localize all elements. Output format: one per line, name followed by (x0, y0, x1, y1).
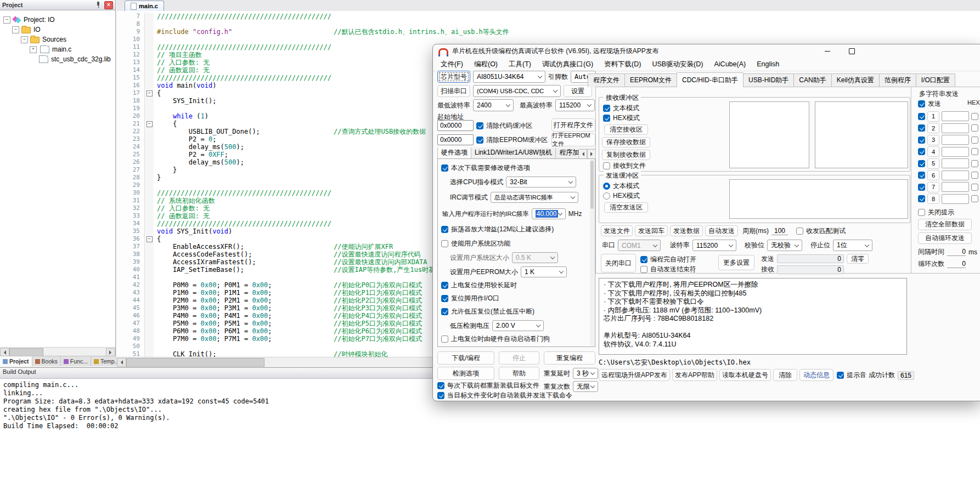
close-port-button[interactable]: 关闭串口 (601, 254, 636, 272)
multi-send-checkbox[interactable] (918, 100, 925, 107)
close-tip-checkbox[interactable] (918, 209, 925, 216)
tree-expander-icon[interactable]: − (3, 16, 10, 24)
menu-item-7[interactable]: English (757, 60, 779, 68)
multi-row-input[interactable] (942, 170, 969, 180)
open-eeprom-button[interactable]: 打开EEPROM文件 (551, 133, 595, 146)
baud-select[interactable]: 115200 (692, 240, 736, 251)
multi-row-number-button[interactable]: 3 (927, 135, 939, 145)
panel-tab-func[interactable]: Func... (61, 356, 91, 366)
osc-gain-checkbox[interactable] (441, 226, 448, 233)
eeprom-addr-input[interactable]: 0x0000 (437, 134, 474, 145)
loop-count-input[interactable]: 0 (947, 260, 966, 268)
project-hscrollbar[interactable] (0, 347, 115, 356)
send-text-mode-radio[interactable] (603, 183, 610, 190)
cpu-mode-select[interactable]: 32-Bit (506, 177, 576, 187)
multi-row-hex-checkbox[interactable] (971, 113, 978, 120)
multi-row-checkbox[interactable] (918, 113, 925, 120)
multi-row-hex-checkbox[interactable] (971, 172, 978, 179)
pin-icon[interactable] (95, 2, 101, 8)
receive-text-pane[interactable] (729, 101, 809, 168)
recv-hex-mode-checkbox[interactable] (603, 115, 610, 122)
main-tab-4[interactable]: CAN助手 (793, 73, 831, 87)
menu-item-2[interactable]: 工具(T) (509, 60, 531, 69)
chip-model-select[interactable]: AI8051U-34K64 (473, 71, 545, 83)
multi-row-checkbox[interactable] (918, 195, 925, 202)
menu-item-5[interactable]: USB驱动安装(D) (652, 60, 703, 69)
menu-item-6[interactable]: AiCube(A) (714, 60, 746, 68)
maximize-button[interactable] (841, 44, 862, 58)
close-panel-button[interactable]: × (104, 1, 113, 9)
sys-size-select[interactable]: 0.5 K (512, 252, 558, 263)
tree-item[interactable]: stc_usb_cdc_32g.lib (0, 54, 115, 64)
help-button[interactable]: 帮助 (499, 367, 539, 380)
multi-row-number-button[interactable]: 6 (927, 170, 939, 180)
more-settings-button[interactable]: 更多设置 (718, 255, 754, 270)
multi-row-hex-checkbox[interactable] (971, 195, 978, 202)
serial-port-select[interactable]: (COM4) USB-CDC, CDC (473, 85, 561, 97)
ee-size-select[interactable]: 1 K (521, 266, 567, 277)
main-tab-5[interactable]: Keil仿真设置 (831, 73, 880, 87)
multi-row-input[interactable] (942, 182, 969, 192)
auto-loop-send-button[interactable]: 自动循环发送 (918, 232, 972, 244)
multi-row-input[interactable] (942, 194, 969, 204)
menu-item-3[interactable]: 调试仿真接口(G) (542, 60, 593, 69)
multi-row-checkbox[interactable] (918, 160, 925, 167)
multi-row-hex-checkbox[interactable] (971, 160, 978, 167)
clear-eeprom-checkbox[interactable] (476, 137, 483, 144)
multi-row-number-button[interactable]: 2 (927, 123, 939, 133)
menu-item-0[interactable]: 文件(F) (441, 60, 463, 69)
multi-row-checkbox[interactable] (918, 172, 925, 179)
clear-all-data-button[interactable]: 清空全部数据 (918, 219, 972, 230)
hw-panel-scrollbar[interactable] (590, 160, 594, 346)
beep-checkbox[interactable] (837, 372, 844, 379)
scroll-left-icon[interactable] (117, 358, 126, 367)
stop-button[interactable]: 停止 (499, 351, 539, 365)
tree-item[interactable]: −Sources (0, 35, 115, 44)
open-after-checkbox[interactable] (640, 256, 647, 263)
clear-info-button[interactable]: 清除 (773, 369, 797, 381)
panel-tab-books[interactable]: Books (32, 356, 61, 366)
clear-send-button[interactable]: 清空发送区 (604, 202, 648, 213)
tree-item[interactable]: +main.c (0, 44, 115, 54)
code-addr-input[interactable]: 0x0000 (437, 120, 474, 131)
multi-row-number-button[interactable]: 8 (927, 194, 939, 204)
fold-marker-icon[interactable]: − (147, 121, 153, 127)
multi-row-checkbox[interactable] (918, 137, 925, 144)
publish-app-button[interactable]: 远程现场升级APP发布 (599, 369, 670, 381)
interval-input[interactable]: 0 (947, 248, 966, 256)
dynamic-info-button[interactable]: 动态信息 (799, 369, 833, 381)
wdt-checkbox[interactable] (441, 336, 448, 343)
multi-row-hex-checkbox[interactable] (971, 148, 978, 155)
main-tab-0[interactable]: 程序文件 (588, 73, 625, 87)
irc-freq-input[interactable]: 40.000 (532, 208, 566, 219)
main-tab-3[interactable]: USB-HID助手 (743, 73, 794, 87)
user-sys-checkbox[interactable] (441, 240, 448, 247)
multi-row-input[interactable] (942, 158, 969, 168)
copy-receive-button[interactable]: 复制接收数据 (602, 150, 650, 160)
multi-row-input[interactable] (942, 111, 969, 121)
panel-tab-project[interactable]: Project (0, 356, 32, 366)
long-delay-checkbox[interactable] (441, 282, 448, 289)
multi-row-number-button[interactable]: 7 (927, 182, 939, 192)
read-disk-id-button[interactable]: 读取本机硬盘号 (719, 369, 771, 381)
com-port-select[interactable]: COM1 (618, 240, 661, 251)
send-file-button[interactable]: 发送文件 (601, 225, 633, 236)
fold-marker-icon[interactable]: − (147, 90, 153, 96)
tree-item[interactable]: −IO (0, 25, 115, 35)
multi-row-input[interactable] (942, 135, 969, 145)
editor-tab-main-c[interactable]: main.c (125, 1, 164, 11)
publish-help-button[interactable]: 发布APP帮助 (672, 369, 717, 381)
tab-scroll-right-icon[interactable] (587, 149, 596, 159)
tree-expander-icon[interactable]: − (21, 36, 28, 43)
open-program-button[interactable]: 打开程序文件 (551, 118, 595, 132)
lvd-select[interactable]: 2.00 V (492, 320, 544, 331)
repeat-program-button[interactable]: 重复编程 (544, 351, 595, 365)
multi-row-hex-checkbox[interactable] (971, 137, 978, 144)
multi-row-hex-checkbox[interactable] (971, 124, 978, 132)
chip-model-button[interactable]: 芯片型号 (437, 71, 470, 83)
autoload-checkbox[interactable] (437, 392, 444, 399)
multi-row-input[interactable] (942, 147, 969, 157)
hw-tab-1[interactable]: Link1D/Writer1A/U8W脱机 (471, 147, 556, 159)
menu-item-4[interactable]: 资料下载(D) (604, 60, 641, 69)
minimize-button[interactable] (817, 44, 838, 58)
